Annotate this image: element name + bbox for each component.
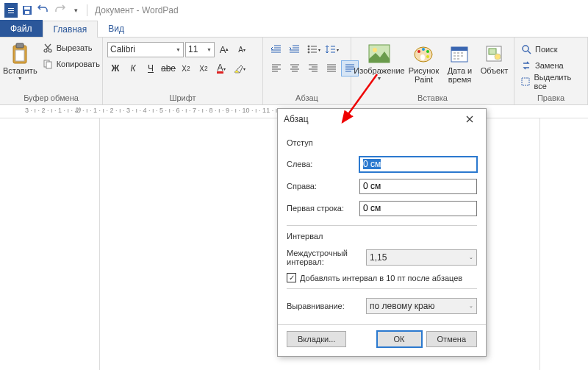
replace-icon <box>520 60 532 71</box>
cancel-button[interactable]: Отмена <box>426 331 477 347</box>
calendar-icon <box>448 42 471 65</box>
font-color-button[interactable]: A▾ <box>213 60 229 77</box>
indent-section-label: Отступ <box>287 138 477 147</box>
svg-point-22 <box>426 55 429 58</box>
svg-point-13 <box>308 46 309 47</box>
dialog-title: Абзац <box>284 114 309 124</box>
cut-button[interactable]: Вырезать <box>39 40 103 56</box>
shrink-font-button[interactable]: A▾ <box>234 41 250 57</box>
chevron-down-icon: ⌄ <box>469 255 473 260</box>
left-indent-label: Слева: <box>287 160 354 168</box>
insert-paint-button[interactable]: Рисунок Paint <box>406 40 442 84</box>
checkbox-checked-icon: ✓ <box>287 273 296 282</box>
align-left-button[interactable] <box>268 60 285 77</box>
chevron-down-icon: ▼ <box>176 47 181 52</box>
line-spacing-button[interactable]: ▾ <box>323 41 340 57</box>
object-icon <box>482 42 506 65</box>
tab-file[interactable]: Файл <box>0 20 43 37</box>
group-paragraph: ▾ ▾ Абзац <box>263 38 351 104</box>
align-center-button[interactable] <box>286 60 304 77</box>
image-icon <box>368 42 391 65</box>
add-space-checkbox[interactable]: ✓ Добавлять интервал в 10 пт после абзац… <box>287 273 477 282</box>
select-all-button[interactable]: Выделить все <box>517 74 584 90</box>
svg-rect-12 <box>46 62 51 68</box>
insert-object-button[interactable]: Объект <box>478 40 511 75</box>
grow-font-button[interactable]: A▴ <box>216 41 232 57</box>
paragraph-dialog: Абзац Отступ Слева: Справа: Первая строк… <box>277 108 487 357</box>
align-justify-button[interactable] <box>323 60 340 77</box>
svg-point-17 <box>373 48 377 52</box>
tab-home[interactable]: Главная <box>43 21 98 38</box>
decrease-indent-button[interactable] <box>268 41 285 57</box>
linespacing-select[interactable]: 1,15 ⌄ <box>366 249 477 266</box>
svg-point-14 <box>308 49 309 50</box>
replace-button[interactable]: Замена <box>517 57 584 74</box>
close-button[interactable] <box>459 111 480 127</box>
svg-rect-27 <box>489 49 496 54</box>
quick-access-toolbar: ▾ Документ - WordPad <box>0 0 588 20</box>
group-editing: Поиск Замена Выделить все Правка <box>514 38 588 104</box>
chevron-down-icon: ▼ <box>18 76 23 81</box>
find-button[interactable]: Поиск <box>517 41 584 57</box>
align-label: Выравнивание: <box>287 302 360 310</box>
insert-datetime-button[interactable]: Дата и время <box>443 40 476 84</box>
right-indent-input[interactable] <box>359 179 477 194</box>
svg-rect-7 <box>16 43 24 48</box>
bold-button[interactable]: Ж <box>107 60 123 77</box>
ribbon-tabs: Файл Главная Вид <box>0 20 588 38</box>
chevron-down-icon: ▼ <box>377 76 382 81</box>
chevron-down-icon: ⌄ <box>469 303 473 309</box>
save-icon[interactable] <box>19 2 35 18</box>
paste-button[interactable]: Вставить ▼ <box>3 40 37 81</box>
svg-point-9 <box>44 49 47 52</box>
ribbon: Вставить ▼ Вырезать Копировать Буфер <box>0 38 588 105</box>
paste-icon <box>8 42 32 65</box>
underline-button[interactable]: Ч <box>143 60 159 77</box>
svg-rect-2 <box>8 13 14 13</box>
font-name-combo[interactable]: Calibri▼ <box>107 42 184 57</box>
align-select[interactable]: по левому краю ⌄ <box>366 298 477 314</box>
search-icon <box>520 43 532 55</box>
group-font: Calibri▼ 11▼ A▴ A▾ Ж К Ч abe X2 X2 A▾ <box>103 38 263 104</box>
undo-icon[interactable] <box>35 2 51 18</box>
increase-indent-button[interactable] <box>286 41 304 57</box>
svg-rect-8 <box>15 50 24 61</box>
subscript-button[interactable]: X2 <box>178 60 194 77</box>
ok-button[interactable]: ОК <box>377 331 422 347</box>
qat-customize-icon[interactable]: ▾ <box>68 2 84 18</box>
svg-point-10 <box>49 49 51 52</box>
chevron-down-icon: ▼ <box>207 47 212 52</box>
app-menu-icon[interactable] <box>4 3 18 18</box>
redo-icon[interactable] <box>51 2 68 18</box>
firstline-indent-input[interactable] <box>359 201 477 216</box>
strike-button[interactable]: abe <box>160 60 176 77</box>
group-insert: Изображение ▼ Рисунок Paint Дата и время… <box>351 38 514 104</box>
bullets-button[interactable]: ▾ <box>304 41 322 57</box>
svg-rect-25 <box>451 47 467 51</box>
copy-icon <box>42 58 54 70</box>
highlight-button[interactable]: ▾ <box>231 60 247 77</box>
svg-rect-5 <box>25 11 29 14</box>
svg-rect-4 <box>24 7 30 10</box>
svg-rect-0 <box>8 8 14 9</box>
firstline-indent-label: Первая строка: <box>287 204 354 213</box>
tab-view[interactable]: Вид <box>98 20 135 37</box>
svg-point-23 <box>420 54 425 60</box>
left-indent-input[interactable] <box>359 157 477 172</box>
dialog-titlebar[interactable]: Абзац <box>278 109 486 129</box>
paint-icon <box>412 42 435 65</box>
group-clipboard: Вставить ▼ Вырезать Копировать Буфер <box>0 38 103 104</box>
font-size-combo[interactable]: 11▼ <box>185 42 215 57</box>
italic-button[interactable]: К <box>125 60 141 77</box>
svg-point-28 <box>495 54 501 60</box>
svg-point-29 <box>523 46 528 51</box>
superscript-button[interactable]: X2 <box>196 60 212 77</box>
svg-point-21 <box>426 50 429 53</box>
copy-button[interactable]: Копировать <box>39 56 103 72</box>
insert-image-button[interactable]: Изображение ▼ <box>354 40 404 81</box>
right-indent-label: Справа: <box>287 182 354 191</box>
tabs-button[interactable]: Вкладки... <box>287 331 346 347</box>
align-right-button[interactable] <box>304 60 322 77</box>
select-all-icon <box>520 76 531 88</box>
window-title: Документ - WordPad <box>95 5 179 15</box>
